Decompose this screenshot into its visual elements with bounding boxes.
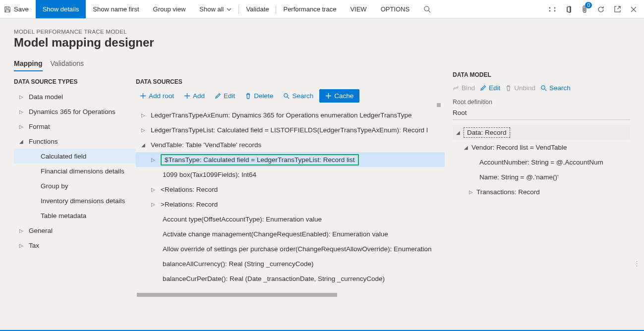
search-label: Search <box>292 92 313 100</box>
global-search-button[interactable] <box>416 0 438 18</box>
ds-label: <Relations: Record <box>161 186 218 193</box>
dm-vendor[interactable]: ◢ Vendor: Record list = VendTable <box>453 140 630 155</box>
svg-point-4 <box>554 7 556 8</box>
add-label: Add <box>193 92 205 100</box>
ds-label: balanceCurPerDate(): Real (Date _transac… <box>163 275 385 282</box>
ds-relations-in[interactable]: ▷ <Relations: Record <box>136 182 445 197</box>
vertical-scrollbar[interactable] <box>437 103 441 107</box>
ds-ledgertranstype-enum[interactable]: ▷ LedgerTransTypeAxEnum: Dynamics 365 fo… <box>136 108 445 122</box>
data-sources-title: DATA SOURCES <box>136 78 445 85</box>
dm-name[interactable]: Name: String = @.'name()' <box>453 169 630 184</box>
ds-label: LedgerTransTypeList: Calculated field = … <box>151 126 428 134</box>
dst-data-model[interactable]: ▷ Data model <box>14 89 136 104</box>
attachments-icon[interactable]: 0 <box>581 5 588 14</box>
dst-group-by[interactable]: Group by <box>14 178 136 193</box>
close-icon[interactable] <box>630 6 637 13</box>
ds-search-button[interactable]: Search <box>279 90 317 102</box>
dst-financial-dimensions[interactable]: Financial dimensions details <box>14 164 136 178</box>
ds-ledgertranstype-list[interactable]: ▷ LedgerTransTypeList: Calculated field … <box>136 122 445 137</box>
performance-trace-label: Performance trace <box>283 5 336 13</box>
data-model-tree: ◢ Data: Record ◢ Vendor: Record list = V… <box>453 125 630 199</box>
view-label: VIEW <box>350 5 366 13</box>
save-button[interactable]: Save <box>0 0 36 18</box>
dst-label: Functions <box>29 138 58 145</box>
dm-account-number[interactable]: AccountNumber: String = @.AccountNum <box>453 155 630 169</box>
connector-icon[interactable] <box>548 6 556 12</box>
svg-point-0 <box>424 6 429 11</box>
caret-right-icon: ▷ <box>141 112 146 118</box>
ds-label: Activate change management(ChangeRequest… <box>163 230 388 238</box>
view-button[interactable]: VIEW <box>343 0 373 18</box>
caret-right-icon: ▷ <box>19 243 24 248</box>
dst-label: Data model <box>29 93 63 101</box>
dm-search-button[interactable]: Search <box>540 84 571 92</box>
data-source-types-panel: DATA SOURCE TYPES ▷ Data model ▷ Dynamic… <box>14 71 136 327</box>
edit-label: Edit <box>224 92 235 100</box>
dst-label: Format <box>29 123 50 130</box>
edit-button[interactable]: Edit <box>211 90 239 102</box>
dm-edit-button[interactable]: Edit <box>480 84 500 92</box>
dst-functions[interactable]: ◢ Functions <box>14 134 136 149</box>
ds-transtype[interactable]: ▷ $TransType: Calculated field = LedgerT… <box>136 152 445 167</box>
dst-calculated-field[interactable]: Calculated field <box>14 149 136 164</box>
root-definition-value[interactable]: Root <box>453 107 630 120</box>
col3-more-handle[interactable]: ⋮ <box>634 260 640 271</box>
command-bar: Save Show details Show name first Group … <box>0 0 644 19</box>
dst-label: Calculated field <box>41 153 86 160</box>
refresh-icon[interactable] <box>597 5 605 13</box>
data-sources-panel: DATA SOURCES Add root Add Edit Delete Se… <box>136 71 450 327</box>
add-root-label: Add root <box>149 92 174 100</box>
ds-label: VendTable: Table 'VendTable' records <box>151 141 261 149</box>
ds-account-type[interactable]: Account type(OffsetAccountType): Enumera… <box>136 212 445 226</box>
office-icon[interactable] <box>565 5 572 13</box>
svg-point-2 <box>549 7 551 8</box>
ds-change-request-override[interactable]: Allow override of settings per purchase … <box>136 241 445 256</box>
unbind-button[interactable]: Unbind <box>505 84 535 92</box>
dm-transactions[interactable]: ▷ Transactions: Record <box>453 184 630 199</box>
dm-data-record[interactable]: ◢ Data: Record <box>453 125 630 140</box>
dst-format[interactable]: ▷ Format <box>14 119 136 134</box>
dst-table-metadata[interactable]: Table metadata <box>14 208 136 223</box>
show-name-first-button[interactable]: Show name first <box>86 0 146 18</box>
unbind-label: Unbind <box>514 84 535 92</box>
data-sources-toolbar: Add root Add Edit Delete Search Cache <box>136 89 445 103</box>
options-button[interactable]: OPTIONS <box>374 0 417 18</box>
svg-point-3 <box>554 10 556 11</box>
ds-relations-out[interactable]: ▷ >Relations: Record <box>136 197 445 212</box>
dst-tax[interactable]: ▷ Tax <box>14 238 136 253</box>
ds-vendtable[interactable]: ◢ VendTable: Table 'VendTable' records <box>136 137 445 152</box>
tab-validations[interactable]: Validations <box>51 59 84 71</box>
dst-label: Table metadata <box>41 212 86 220</box>
dst-general[interactable]: ▷ General <box>14 223 136 238</box>
ds-label: Account type(OffsetAccountType): Enumera… <box>163 216 322 223</box>
ds-balance-all-currency[interactable]: balanceAllCurrency(): Real (String _curr… <box>136 256 445 271</box>
validate-button[interactable]: Validate <box>239 0 276 18</box>
root-definition-label: Root definition <box>453 99 630 106</box>
tab-mapping[interactable]: Mapping <box>14 59 43 71</box>
add-button[interactable]: Add <box>180 90 209 102</box>
delete-label: Delete <box>254 92 273 100</box>
bind-button[interactable]: Bind <box>453 84 475 92</box>
add-root-button[interactable]: Add root <box>136 90 178 102</box>
popout-icon[interactable] <box>614 5 621 13</box>
ds-label-highlighted: $TransType: Calculated field = LedgerTra… <box>161 154 359 166</box>
ds-change-request-enabled[interactable]: Activate change management(ChangeRequest… <box>136 226 445 241</box>
horizontal-scrollbar[interactable] <box>137 293 337 297</box>
dst-inventory-dimensions[interactable]: Inventory dimensions details <box>14 193 136 208</box>
dst-label: Group by <box>41 182 68 190</box>
caret-right-icon: ▷ <box>19 228 24 233</box>
notif-badge: 0 <box>585 2 592 8</box>
group-view-button[interactable]: Group view <box>146 0 193 18</box>
ds-label: >Relations: Record <box>161 201 218 208</box>
performance-trace-button[interactable]: Performance trace <box>276 0 343 18</box>
delete-button[interactable]: Delete <box>241 90 277 102</box>
ds-balance-cur-per-date[interactable]: balanceCurPerDate(): Real (Date _transac… <box>136 271 445 286</box>
validate-label: Validate <box>246 5 269 13</box>
show-all-button[interactable]: Show all <box>192 0 238 18</box>
show-details-button[interactable]: Show details <box>36 0 86 18</box>
ds-1099box[interactable]: 1099 box(Tax1099Fields): Int64 <box>136 167 445 182</box>
caret-down-icon: ◢ <box>19 139 24 144</box>
cache-button[interactable]: Cache <box>319 89 359 103</box>
dst-d365fo[interactable]: ▷ Dynamics 365 for Operations <box>14 104 136 119</box>
caret-right-icon: ▷ <box>141 127 146 133</box>
